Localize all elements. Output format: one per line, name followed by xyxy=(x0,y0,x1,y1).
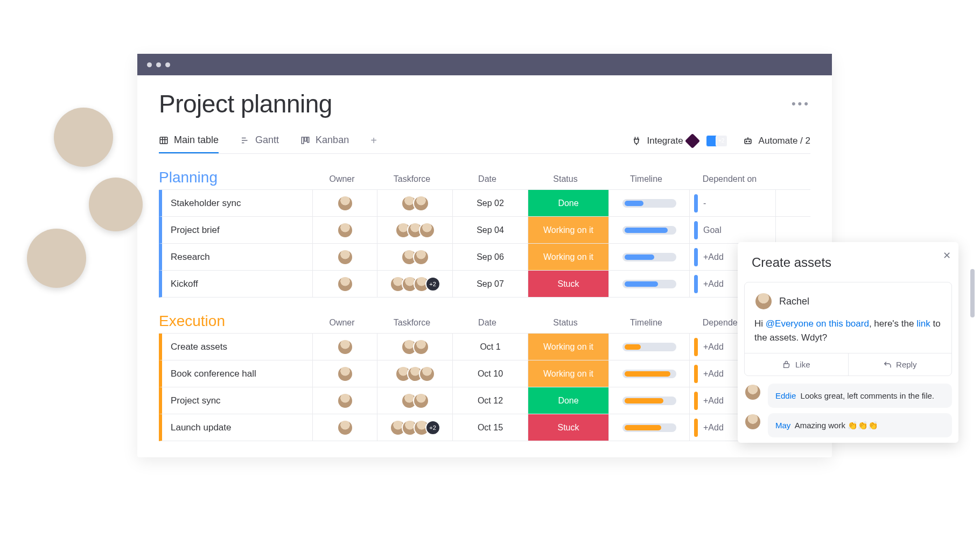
tab-gantt[interactable]: Gantt xyxy=(240,134,279,153)
task-name[interactable]: Create assets xyxy=(162,334,313,360)
column-header-date[interactable]: Date xyxy=(450,318,525,330)
taskforce-cell[interactable] xyxy=(377,360,453,387)
tab-main-table[interactable]: Main table xyxy=(159,134,219,153)
avatar[interactable] xyxy=(413,195,429,211)
column-header-status[interactable]: Status xyxy=(525,174,606,186)
date-cell[interactable]: Oct 10 xyxy=(453,360,528,387)
scrollbar[interactable] xyxy=(970,269,975,317)
group-title[interactable]: Execution xyxy=(159,313,310,330)
avatar[interactable] xyxy=(413,339,429,355)
group-title[interactable]: Planning xyxy=(159,169,310,186)
timeline-cell[interactable] xyxy=(609,334,690,360)
status-cell[interactable]: Working on it xyxy=(528,360,609,387)
owner-cell[interactable] xyxy=(313,271,377,297)
task-name[interactable]: Book conference hall xyxy=(162,360,313,387)
avatar[interactable] xyxy=(337,249,353,265)
taskforce-cell[interactable]: +2 xyxy=(377,271,453,297)
taskforce-cell[interactable] xyxy=(377,334,453,360)
status-cell[interactable]: Stuck xyxy=(528,271,609,297)
table-row[interactable]: Project sync Oct 12 Done +Add xyxy=(159,387,810,414)
column-header-date[interactable]: Date xyxy=(450,174,525,186)
owner-cell[interactable] xyxy=(313,190,377,216)
owner-cell[interactable] xyxy=(313,414,377,441)
timeline-cell[interactable] xyxy=(609,360,690,387)
column-header-dependent[interactable]: Dependent on xyxy=(687,174,773,186)
avatar[interactable] xyxy=(337,195,353,211)
avatar[interactable] xyxy=(337,339,353,355)
avatar[interactable] xyxy=(419,366,435,382)
add-view-button[interactable]: + xyxy=(370,134,377,153)
automate-button[interactable]: Automate / 2 xyxy=(743,136,810,146)
tab-kanban[interactable]: Kanban xyxy=(300,134,349,153)
more-menu-icon[interactable]: ••• xyxy=(792,97,810,111)
dependent-cell[interactable]: Goal xyxy=(690,217,776,243)
table-row[interactable]: Kickoff +2 Sep 07 Stuck +Add xyxy=(159,271,810,298)
table-row[interactable]: Stakeholder sync Sep 02 Done - xyxy=(159,190,810,217)
status-cell[interactable]: Working on it xyxy=(528,217,609,243)
window-control[interactable] xyxy=(156,62,161,67)
taskforce-cell[interactable] xyxy=(377,387,453,414)
table-row[interactable]: Launch update +2 Oct 15 Stuck +Add xyxy=(159,414,810,441)
avatar[interactable] xyxy=(337,420,353,436)
task-name[interactable]: Research xyxy=(162,244,313,270)
column-header-timeline[interactable]: Timeline xyxy=(606,174,687,186)
timeline-cell[interactable] xyxy=(609,190,690,216)
like-button[interactable]: Like xyxy=(745,353,849,376)
timeline-cell[interactable] xyxy=(609,217,690,243)
table-row[interactable]: Book conference hall Oct 10 Working on i… xyxy=(159,360,810,387)
owner-cell[interactable] xyxy=(313,244,377,270)
timeline-cell[interactable] xyxy=(609,244,690,270)
date-cell[interactable]: Oct 12 xyxy=(453,387,528,414)
avatar[interactable] xyxy=(413,249,429,265)
status-cell[interactable]: Working on it xyxy=(528,334,609,360)
column-header-timeline[interactable]: Timeline xyxy=(606,318,687,330)
taskforce-cell[interactable] xyxy=(377,244,453,270)
date-cell[interactable]: Sep 06 xyxy=(453,244,528,270)
column-header-taskforce[interactable]: Taskforce xyxy=(374,174,450,186)
column-header-status[interactable]: Status xyxy=(525,318,606,330)
reply-author[interactable]: Eddie xyxy=(775,391,796,400)
dependent-cell[interactable]: - xyxy=(690,190,776,216)
task-name[interactable]: Kickoff xyxy=(162,271,313,297)
table-row[interactable]: Research Sep 06 Working on it +Add xyxy=(159,244,810,271)
taskforce-cell[interactable] xyxy=(377,217,453,243)
taskforce-cell[interactable] xyxy=(377,190,453,216)
timeline-cell[interactable] xyxy=(609,387,690,414)
column-header-owner[interactable]: Owner xyxy=(310,318,374,330)
window-control[interactable] xyxy=(147,62,152,67)
avatar[interactable] xyxy=(413,393,429,409)
avatar-overflow[interactable]: +2 xyxy=(425,420,440,435)
integrate-button[interactable]: Integrate M +2 xyxy=(631,135,727,147)
avatar[interactable] xyxy=(419,222,435,238)
status-cell[interactable]: Working on it xyxy=(528,244,609,270)
owner-cell[interactable] xyxy=(313,387,377,414)
status-cell[interactable]: Stuck xyxy=(528,414,609,441)
window-control[interactable] xyxy=(165,62,170,67)
owner-cell[interactable] xyxy=(313,334,377,360)
task-name[interactable]: Project brief xyxy=(162,217,313,243)
timeline-cell[interactable] xyxy=(609,414,690,441)
date-cell[interactable]: Oct 1 xyxy=(453,334,528,360)
status-cell[interactable]: Done xyxy=(528,387,609,414)
owner-cell[interactable] xyxy=(313,360,377,387)
avatar[interactable] xyxy=(337,393,353,409)
avatar-overflow[interactable]: +2 xyxy=(425,277,440,292)
avatar[interactable] xyxy=(337,276,353,292)
task-name[interactable]: Launch update xyxy=(162,414,313,441)
owner-cell[interactable] xyxy=(313,217,377,243)
table-row[interactable]: Project brief Sep 04 Working on it Goal xyxy=(159,217,810,244)
date-cell[interactable]: Oct 15 xyxy=(453,414,528,441)
date-cell[interactable]: Sep 04 xyxy=(453,217,528,243)
reply-button[interactable]: Reply xyxy=(849,353,952,376)
timeline-cell[interactable] xyxy=(609,271,690,297)
taskforce-cell[interactable]: +2 xyxy=(377,414,453,441)
link[interactable]: link xyxy=(916,318,930,329)
date-cell[interactable]: Sep 07 xyxy=(453,271,528,297)
date-cell[interactable]: Sep 02 xyxy=(453,190,528,216)
column-header-owner[interactable]: Owner xyxy=(310,174,374,186)
avatar[interactable] xyxy=(337,222,353,238)
column-header-taskforce[interactable]: Taskforce xyxy=(374,318,450,330)
reply-author[interactable]: May xyxy=(775,421,790,430)
task-name[interactable]: Stakeholder sync xyxy=(162,190,313,216)
status-cell[interactable]: Done xyxy=(528,190,609,216)
